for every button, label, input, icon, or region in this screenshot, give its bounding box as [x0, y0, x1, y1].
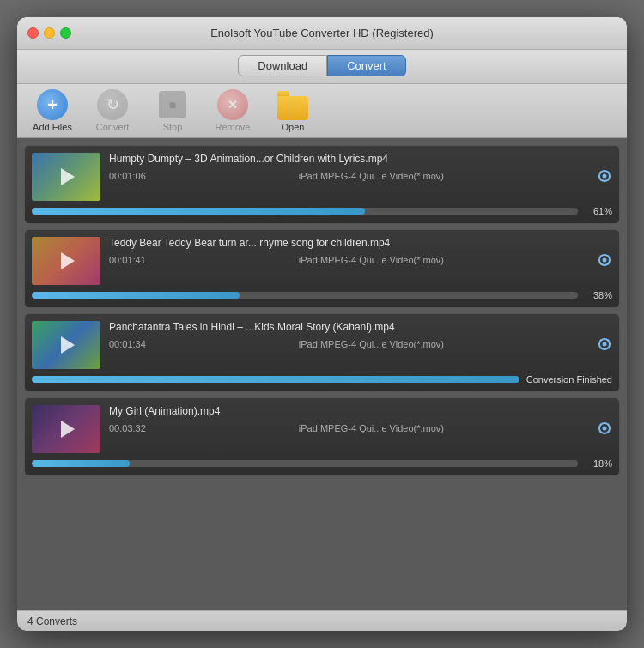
format-1: iPad MPEG-4 Qui...e Video(*.mov) [299, 171, 444, 181]
svg-line-28 [608, 340, 609, 341]
progress-row-2: 38% [32, 290, 612, 300]
thumbnail-3 [32, 321, 100, 369]
svg-point-1 [602, 174, 606, 179]
svg-line-36 [600, 424, 601, 425]
progress-percent-1: 61% [585, 206, 612, 216]
video-title-1: Humpty Dumpty – 3D Animation...or Childr… [109, 153, 612, 165]
svg-line-26 [600, 340, 601, 341]
video-meta-1: 00:01:06 iPad MPEG-4 Qui...e Video(*.mov… [109, 168, 612, 184]
add-files-label: Add Files [33, 122, 72, 132]
card-info-3: Panchatantra Tales in Hindi – ...Kids Mo… [109, 321, 612, 352]
stop-button[interactable]: Stop [151, 89, 194, 132]
svg-line-16 [600, 256, 601, 257]
stop-label: Stop [163, 122, 183, 132]
add-files-icon [37, 89, 68, 120]
thumbnail-1 [32, 153, 100, 201]
add-files-button[interactable]: Add Files [31, 89, 74, 132]
progress-bar-1 [32, 208, 578, 215]
video-title-4: My Girl (Animation).mp4 [109, 405, 612, 417]
tab-convert[interactable]: Convert [327, 55, 406, 76]
format-4: iPad MPEG-4 Qui...e Video(*.mov) [299, 423, 444, 433]
svg-line-39 [600, 432, 601, 433]
convert-label: Convert [96, 122, 130, 132]
duration-3: 00:01:34 [109, 339, 146, 349]
svg-line-6 [600, 172, 601, 173]
settings-icon-2[interactable] [597, 252, 612, 268]
thumbnail-2 [32, 237, 100, 285]
progress-row-3: Conversion Finished [32, 374, 612, 385]
progress-percent-4: 18% [585, 458, 612, 469]
traffic-lights [27, 27, 71, 39]
video-list: Humpty Dumpty – 3D Animation...or Childr… [17, 138, 627, 610]
progress-percent-2: 38% [585, 290, 612, 300]
duration-4: 00:03:32 [109, 423, 146, 433]
card-top-3: Panchatantra Tales in Hindi – ...Kids Mo… [32, 321, 612, 369]
progress-row-4: 18% [32, 458, 612, 469]
open-icon [277, 89, 308, 120]
open-label: Open [282, 122, 305, 132]
svg-line-7 [608, 179, 609, 180]
list-item[interactable]: Panchatantra Tales in Hindi – ...Kids Mo… [24, 313, 620, 392]
window-title: Enolsoft YouTube Converter HD (Registere… [210, 27, 434, 39]
duration-1: 00:01:06 [109, 171, 146, 181]
remove-button[interactable]: Remove [211, 89, 254, 132]
settings-icon-4[interactable] [597, 421, 612, 436]
maximize-button[interactable] [60, 27, 71, 39]
svg-line-9 [600, 179, 601, 180]
video-title-2: Teddy Bear Teddy Bear turn ar... rhyme s… [109, 237, 612, 249]
app-window: Enolsoft YouTube Converter HD (Registere… [17, 17, 627, 631]
duration-2: 00:01:41 [109, 255, 146, 265]
progress-bar-3 [32, 376, 519, 383]
list-item[interactable]: Humpty Dumpty – 3D Animation...or Childr… [24, 145, 620, 224]
svg-line-37 [608, 432, 609, 433]
card-info-2: Teddy Bear Teddy Bear turn ar... rhyme s… [109, 237, 612, 268]
svg-line-19 [600, 263, 601, 264]
format-2: iPad MPEG-4 Qui...e Video(*.mov) [299, 255, 444, 265]
svg-line-27 [608, 348, 609, 348]
video-meta-3: 00:01:34 iPad MPEG-4 Qui...e Video(*.mov… [109, 336, 612, 352]
progress-bar-2 [32, 292, 578, 299]
thumbnail-4 [32, 405, 100, 453]
svg-point-31 [602, 427, 606, 431]
video-title-3: Panchatantra Tales in Hindi – ...Kids Mo… [109, 321, 612, 333]
convert-icon [97, 89, 128, 120]
svg-line-17 [608, 263, 609, 264]
settings-icon-1[interactable] [597, 168, 612, 184]
svg-line-38 [608, 424, 609, 425]
tab-download[interactable]: Download [238, 55, 327, 76]
svg-line-29 [600, 348, 601, 348]
svg-line-18 [608, 256, 609, 257]
toolbar: Add Files Convert Stop Remove [17, 84, 627, 138]
title-bar: Enolsoft YouTube Converter HD (Registere… [17, 17, 627, 50]
minimize-button[interactable] [44, 27, 55, 39]
status-text: 4 Converts [27, 615, 77, 627]
progress-bar-4 [32, 460, 578, 467]
list-item[interactable]: My Girl (Animation).mp4 00:03:32 iPad MP… [24, 397, 620, 476]
progress-row-1: 61% [32, 206, 612, 216]
conversion-finished-label: Conversion Finished [526, 374, 612, 385]
card-info-4: My Girl (Animation).mp4 00:03:32 iPad MP… [109, 405, 612, 436]
settings-icon-3[interactable] [597, 336, 612, 352]
stop-icon [157, 89, 188, 120]
convert-button[interactable]: Convert [91, 89, 134, 132]
remove-label: Remove [216, 122, 251, 132]
video-meta-4: 00:03:32 iPad MPEG-4 Qui...e Video(*.mov… [109, 421, 612, 436]
mode-tabs: Download Convert [17, 50, 627, 84]
card-top-1: Humpty Dumpty – 3D Animation...or Childr… [32, 153, 612, 201]
svg-line-8 [608, 172, 609, 173]
card-top-2: Teddy Bear Teddy Bear turn ar... rhyme s… [32, 237, 612, 285]
remove-icon [217, 89, 248, 120]
svg-point-21 [602, 342, 606, 347]
card-top-4: My Girl (Animation).mp4 00:03:32 iPad MP… [32, 405, 612, 453]
format-3: iPad MPEG-4 Qui...e Video(*.mov) [299, 339, 444, 349]
close-button[interactable] [27, 27, 39, 39]
status-bar: 4 Converts [17, 610, 627, 631]
video-meta-2: 00:01:41 iPad MPEG-4 Qui...e Video(*.mov… [109, 252, 612, 268]
card-info-1: Humpty Dumpty – 3D Animation...or Childr… [109, 153, 612, 184]
list-item[interactable]: Teddy Bear Teddy Bear turn ar... rhyme s… [24, 229, 620, 308]
open-button[interactable]: Open [271, 89, 314, 132]
svg-point-11 [602, 258, 606, 263]
